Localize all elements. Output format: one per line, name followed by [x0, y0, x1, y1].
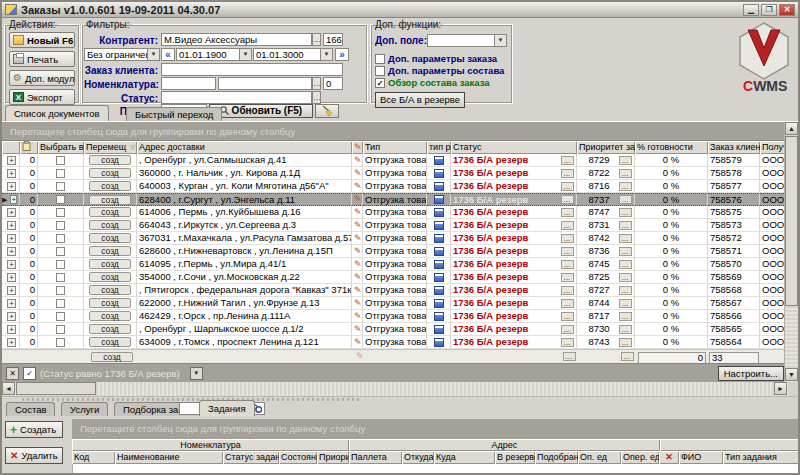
bottom-column-header[interactable]: Код	[72, 451, 115, 464]
pencil-icon[interactable]: ✎	[354, 325, 362, 334]
nomenclature-name-input[interactable]	[218, 77, 312, 90]
status-input[interactable]	[161, 91, 312, 104]
move-button[interactable]: созд	[89, 285, 131, 295]
print-button[interactable]: Печать	[9, 51, 75, 67]
order-row[interactable]: +0созд360000 , г. Нальчик , ул. Кирова д…	[2, 167, 788, 180]
kontragent-input[interactable]: М.Видео Аксессуары	[161, 33, 312, 46]
modules-button[interactable]: ⚙Доп. модули	[9, 70, 75, 86]
expand-button[interactable]: +	[7, 273, 16, 282]
order-row[interactable]: +0созд614006 , Пермь , ул.Куйбышева д.16…	[2, 206, 788, 219]
row-select-checkbox[interactable]	[56, 182, 65, 191]
checkbox-order-params[interactable]: Доп. параметры заказа	[375, 53, 497, 64]
priority-dots-button[interactable]: …	[619, 299, 632, 308]
tab-content[interactable]: Состав	[6, 402, 55, 416]
new-button[interactable]: Новый F6	[9, 32, 75, 48]
pencil-icon[interactable]: ✎	[354, 234, 362, 243]
bottom-column-header[interactable]: Откуда	[402, 451, 434, 464]
priority-dots-button[interactable]: …	[619, 247, 632, 256]
scroll-down-arrow[interactable]: ▼	[785, 368, 798, 381]
status-dots-button[interactable]: …	[561, 195, 574, 204]
move-button[interactable]: созд	[89, 181, 131, 191]
move-button[interactable]: созд	[89, 195, 131, 205]
restriction-select[interactable]: Без ограничения	[84, 48, 160, 61]
status-dots-button[interactable]: …	[561, 208, 574, 217]
footer-dots[interactable]: …	[563, 352, 576, 361]
bottom-column-header[interactable]: Паллета	[349, 451, 402, 464]
order-row[interactable]: +0созд628600 , г.Нижневартовск , ул.Лени…	[2, 245, 788, 258]
priority-dots-button[interactable]: …	[619, 221, 632, 230]
priority-dots-button[interactable]: …	[619, 234, 632, 243]
row-select-checkbox[interactable]	[56, 260, 65, 269]
bottom-column-header[interactable]: Оп. ед	[578, 451, 621, 464]
move-button[interactable]: созд	[89, 259, 131, 269]
close-button[interactable]: ✕	[779, 4, 795, 16]
move-button[interactable]: созд	[89, 168, 131, 178]
column-header-readiness[interactable]: % готовности	[635, 141, 708, 154]
row-select-checkbox[interactable]	[56, 208, 65, 217]
row-select-checkbox[interactable]	[56, 338, 65, 347]
order-row[interactable]: +0созд, Оренбург , Шарлыкское шоссе д.1/…	[2, 323, 788, 336]
bottom-column-header[interactable]: Куда	[434, 451, 495, 464]
expand-button[interactable]: +	[7, 338, 16, 347]
expand-button[interactable]: +	[7, 286, 16, 295]
status-dots-button[interactable]: …	[561, 312, 574, 321]
move-button[interactable]: созд	[89, 311, 131, 321]
scroll-left-arrow[interactable]: ◄	[2, 382, 15, 395]
pencil-icon[interactable]: ✎	[354, 208, 362, 217]
order-row[interactable]: +0созд640003 , Курган , ул. Коли Мяготин…	[2, 180, 788, 193]
status-dots-button[interactable]: …	[561, 221, 574, 230]
move-button[interactable]: созд	[89, 337, 131, 347]
date-from-select[interactable]: 01.01.1900	[176, 48, 252, 61]
priority-dots-button[interactable]: …	[619, 208, 632, 217]
priority-dots-button[interactable]: …	[619, 338, 632, 347]
extra-field-select[interactable]	[427, 34, 507, 47]
filter-enabled-checkbox[interactable]: ✓	[23, 367, 36, 380]
status-dots-button[interactable]: …	[561, 260, 574, 269]
expand-button[interactable]: +	[7, 182, 16, 191]
pencil-icon[interactable]: ✎	[354, 299, 362, 308]
row-select-checkbox[interactable]	[56, 234, 65, 243]
pencil-icon[interactable]: ✎	[354, 338, 362, 347]
column-header-status[interactable]: Статус	[451, 141, 577, 154]
column-header-priority[interactable]: Приоритет задач	[577, 141, 635, 154]
tab-quick-jump[interactable]: Быстрый переход	[126, 107, 222, 121]
pencil-icon[interactable]: ✎	[354, 169, 362, 178]
date-to-select[interactable]: 01.01.3000	[253, 48, 333, 61]
minimize-button[interactable]: ▁	[743, 4, 759, 16]
tab-services[interactable]: Услуги	[61, 402, 108, 416]
pencil-icon[interactable]: ✎	[354, 247, 362, 256]
priority-dots-button[interactable]: …	[619, 286, 632, 295]
pencil-icon[interactable]: ✎	[354, 273, 362, 282]
move-button[interactable]: созд	[89, 324, 131, 334]
pencil-icon[interactable]: ✎	[354, 156, 362, 165]
order-row[interactable]: +0созд614095 , г.Пермь , ул.Мира д.41/1✎…	[2, 258, 788, 271]
priority-dots-button[interactable]: …	[619, 169, 632, 178]
nomenclature-code-input[interactable]	[161, 77, 216, 90]
priority-dots-button[interactable]: …	[619, 182, 632, 191]
tab-tasks[interactable]: Задания	[199, 400, 255, 416]
filter-dropdown-button[interactable]: ▼	[190, 367, 203, 380]
export-button[interactable]: XЭкспорт	[9, 89, 75, 105]
delete-task-button[interactable]: ✕Удалить	[5, 447, 63, 464]
order-row[interactable]: +0созд, Оренбург , ул.Салмышская д.41✎От…	[2, 154, 788, 167]
order-row[interactable]: +0созд462429 , г.Орск , пр.Ленина д.111А…	[2, 310, 788, 323]
move-button[interactable]: созд	[89, 207, 131, 217]
pencil-icon[interactable]: ✎	[354, 312, 362, 321]
status-dots-button[interactable]: …	[561, 182, 574, 191]
status-dots-button[interactable]: …	[561, 299, 574, 308]
move-button[interactable]: созд	[89, 220, 131, 230]
move-button[interactable]: созд	[89, 272, 131, 282]
expand-button[interactable]: +	[7, 208, 16, 217]
checkbox-content-params[interactable]: Доп. параметры состава	[375, 65, 504, 76]
row-select-checkbox[interactable]	[56, 156, 65, 165]
move-button[interactable]: созд	[89, 298, 131, 308]
pencil-icon[interactable]: ✎	[354, 260, 362, 269]
pencil-icon[interactable]: ✎	[354, 221, 362, 230]
column-header-edit[interactable]: ✎	[352, 141, 363, 154]
scroll-up-arrow[interactable]: ▲	[785, 122, 798, 135]
column-header-type[interactable]: Тип	[363, 141, 427, 154]
status-dots-button[interactable]: …	[561, 169, 574, 178]
move-button[interactable]: созд	[89, 246, 131, 256]
expand-button[interactable]: +	[7, 247, 16, 256]
pencil-icon[interactable]: ✎	[354, 286, 362, 295]
